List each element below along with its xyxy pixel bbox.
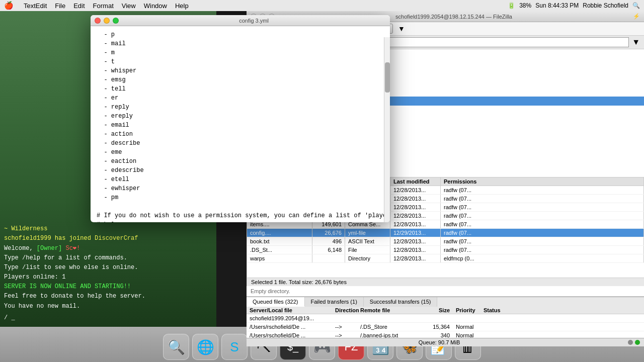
username: Robbie Schofield	[583, 2, 628, 9]
col-status: Status	[480, 307, 521, 314]
scrollbar-thumb[interactable]	[385, 62, 390, 93]
file-modified: 12/28/2013...	[390, 186, 441, 194]
empty-dir-message: Empty directory.	[247, 286, 644, 297]
battery-icon: 🔋	[508, 2, 515, 9]
remote-nav-icon[interactable]: ▼	[632, 38, 640, 47]
selected-info: Selected 1 file. Total size: 26,676 byte…	[247, 278, 644, 286]
transfer-dir	[332, 315, 357, 322]
maximize-button[interactable]	[113, 18, 119, 24]
file-size: 496	[312, 237, 345, 245]
window-title: config 3.yml	[122, 18, 386, 24]
col-permissions[interactable]: Permissions	[441, 177, 644, 186]
chat-line: You have no new mail.	[4, 303, 80, 310]
file-row[interactable]: warps Directory 12/28/2013... eldfmcp (0…	[247, 254, 644, 263]
transfer-row[interactable]: /Users/rschofield/De ... --> /.banned-ip…	[247, 331, 644, 338]
transfer-row[interactable]: schofield1999.2054@19...	[247, 314, 644, 323]
transfer-local: /Users/rschofield/De ...	[247, 323, 332, 330]
file-name: warps	[247, 254, 312, 262]
transfer-remote: /.DS_Store	[357, 323, 428, 330]
game-prompt[interactable]: / _	[4, 314, 15, 321]
chat-line: Type /help for a list of commands.	[4, 254, 127, 261]
file-row[interactable]: book.txt 496 ASCII Text 12/28/2013... ra…	[247, 237, 644, 246]
menu-edit[interactable]: Edit	[73, 2, 85, 10]
menubar: 🍎 TextEdit File Edit Format View Window …	[0, 0, 644, 11]
chat-line: Type /list to see who else is online.	[4, 264, 138, 271]
queue-header: Server/Local file Direction Remote file …	[247, 307, 644, 314]
dock-item-finder[interactable]: 🔍	[163, 334, 189, 360]
col-remote: Remote file	[357, 307, 428, 314]
col-size: Size	[428, 307, 453, 314]
file-size: 6,148	[312, 246, 345, 254]
file-perms: radfw (07...	[441, 237, 644, 245]
menu-window[interactable]: Window	[144, 2, 167, 10]
menu-app[interactable]: TextEdit	[24, 2, 47, 10]
file-type: ASCII Text	[345, 237, 390, 245]
transfer-priority: Normal	[453, 332, 480, 338]
close-button[interactable]	[95, 18, 101, 24]
chat-line: Players online: 1	[4, 274, 65, 281]
file-modified: 12/28/2013...	[390, 212, 441, 220]
file-modified: 12/28/2013...	[390, 237, 441, 245]
textedit-window: config 3.yml - p - mail - m - t - whispe…	[91, 15, 390, 222]
col-modified[interactable]: Last modified	[390, 177, 441, 186]
transfer-priority: Normal	[453, 323, 480, 330]
dropdown-arrow-icon[interactable]: ▼	[398, 25, 405, 33]
dock-item-skype[interactable]: S	[221, 334, 248, 360]
fz-icon: ⚡	[633, 13, 640, 20]
tab-queued[interactable]: Queued files (322)	[247, 297, 305, 307]
file-row-selected[interactable]: config.... 26,676 yml-file 12/29/2013...…	[247, 229, 644, 237]
search-icon[interactable]: 🔍	[632, 2, 640, 9]
dock-item-chrome[interactable]: 🌐	[192, 334, 218, 360]
transfer-server: schofield1999.2054@19...	[247, 315, 332, 322]
file-perms: radfw (07...	[441, 186, 644, 194]
tab-failed[interactable]: Failed transfers (1)	[305, 297, 364, 307]
transfer-row[interactable]: /Users/rschofield/De ... --> /.DS_Store …	[247, 323, 644, 331]
chat-line: schofield1999 has joined DiscoverCraf	[4, 235, 138, 242]
file-name: config....	[247, 229, 312, 237]
transfer-status	[480, 332, 521, 338]
textedit-content[interactable]: - p - mail - m - t - whisper - emsg - te…	[91, 26, 390, 222]
chat-line: Feel free to donate to help the server.	[4, 293, 145, 300]
transfer-dir: -->	[332, 323, 357, 330]
file-modified: 12/28/2013...	[390, 254, 441, 262]
transfer-priority	[453, 315, 480, 322]
menu-view[interactable]: View	[122, 2, 136, 10]
file-modified: 12/28/2013...	[390, 246, 441, 254]
file-type: yml-file	[345, 229, 390, 237]
file-perms: eldfmcp (0...	[441, 254, 644, 262]
queue-size: Queue: 90.7 MiB	[419, 339, 460, 345]
minimize-button[interactable]	[104, 18, 110, 24]
file-perms: radfw (07...	[441, 212, 644, 220]
col-priority: Priority	[453, 307, 480, 314]
game-chat: ~ Wilderness schofield1999 has joined Di…	[0, 220, 216, 327]
file-perms: radfw (07...	[441, 203, 644, 211]
col-direction: Direction	[332, 307, 357, 314]
chat-line: Welcome, [Owner] Sc❤!	[4, 245, 80, 252]
chat-line: SERVER IS NOW ONLINE AND STARTING!!	[4, 283, 131, 290]
file-perms: radfw (07...	[441, 195, 644, 203]
transfer-dir: -->	[332, 332, 357, 338]
file-row[interactable]: .DS_St... 6,148 File 12/28/2013... radfw…	[247, 246, 644, 254]
file-name: book.txt	[247, 237, 312, 245]
transfer-size	[428, 315, 453, 322]
menu-file[interactable]: File	[55, 2, 65, 10]
transfer-size: 340	[428, 332, 453, 338]
tab-successful[interactable]: Successful transfers (15)	[364, 297, 438, 307]
file-type: File	[345, 246, 390, 254]
file-modified: 12/29/2013...	[390, 229, 441, 237]
file-perms: radfw (07...	[441, 220, 644, 228]
col-server: Server/Local file	[247, 307, 332, 314]
queue-content: Server/Local file Direction Remote file …	[247, 307, 644, 338]
transfer-status	[480, 323, 521, 330]
textedit-titlebar: config 3.yml	[91, 15, 390, 26]
file-modified: 12/28/2013...	[390, 220, 441, 228]
menu-format[interactable]: Format	[93, 2, 114, 10]
scrollbar-vertical[interactable]	[384, 37, 390, 222]
chrome-icon: 🌐	[197, 339, 214, 355]
file-type: Directory	[345, 254, 390, 262]
queue-section: Empty directory. Queued files (322) Fail…	[247, 286, 644, 346]
status-indicators	[628, 340, 640, 345]
menu-help[interactable]: Help	[175, 2, 189, 10]
apple-menu[interactable]: 🍎	[4, 1, 14, 10]
menubar-right: 🔋 38% Sun 8:44:33 PM Robbie Schofield 🔍	[508, 2, 640, 9]
